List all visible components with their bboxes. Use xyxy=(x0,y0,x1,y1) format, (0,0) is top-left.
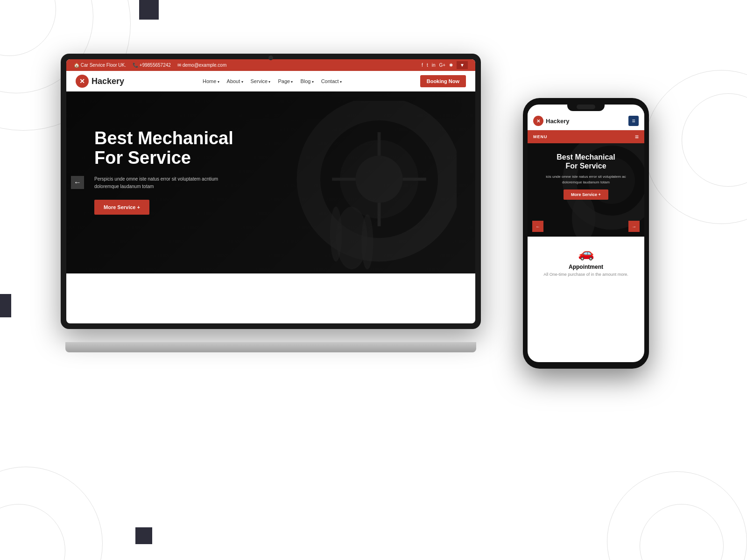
hero-description: Perspicis unde omne iste natus error sit… xyxy=(94,175,225,190)
phone-notch-inner xyxy=(577,105,595,109)
circle-9 xyxy=(607,471,747,560)
phone-nav-arrows: ← → xyxy=(528,221,644,232)
topbar-address: 🏠 Car Service Floor UK. xyxy=(74,63,126,68)
phone-car-icon: 🚗 xyxy=(533,245,639,261)
phone-more-service-button[interactable]: More Service + xyxy=(564,189,608,200)
social-gplus-icon: G+ xyxy=(439,63,445,68)
phone-screen: ✕ Hackery ≡ MENU ≡ xyxy=(528,105,644,362)
phone-service-title: Appointment xyxy=(533,264,639,270)
social-facebook-icon: f xyxy=(422,63,423,68)
phone-menu-bar: MENU ≡ xyxy=(528,130,644,143)
square-4 xyxy=(135,527,152,544)
phone-notch xyxy=(567,103,605,111)
phone-body: ✕ Hackery ≡ MENU ≡ xyxy=(523,98,649,369)
laptop-camera xyxy=(268,56,273,60)
phone-hero-title: Best Mechanical For Service xyxy=(537,153,635,170)
phone-arrow-right[interactable]: → xyxy=(628,221,640,232)
topbar-right: f t in G+ ✱ ▼ xyxy=(422,61,468,69)
laptop-device: 🏠 Car Service Floor UK. 📞 +99855657242 ✉… xyxy=(61,54,481,352)
square-1 xyxy=(139,0,159,20)
site-logo: ✕ Hackery xyxy=(76,75,124,88)
circle-6 xyxy=(682,93,747,187)
booking-button[interactable]: Booking Now xyxy=(420,75,466,87)
phone-hero: Best Mechanical For Service icis unde om… xyxy=(528,143,644,237)
nav-page[interactable]: Page xyxy=(278,78,293,84)
phone-header: ✕ Hackery ≡ xyxy=(528,111,644,130)
hero-arrow-left[interactable]: ← xyxy=(71,176,84,189)
circle-7 xyxy=(644,70,747,224)
circle-4 xyxy=(0,504,65,560)
logo-text: Hackery xyxy=(92,77,124,86)
laptop-screen: 🏠 Car Service Floor UK. 📞 +99855657242 ✉… xyxy=(66,59,475,323)
nav-service[interactable]: Service xyxy=(251,78,271,84)
square-2 xyxy=(0,294,11,317)
circle-5 xyxy=(0,467,103,560)
phone-menu-button[interactable]: ≡ xyxy=(628,116,639,126)
nav-contact[interactable]: Contact xyxy=(321,78,342,84)
site-hero: ← Best Mechanical For Service Perspicis … xyxy=(66,91,475,273)
phone-menu-label: MENU xyxy=(533,134,548,139)
phone-service-section: 🚗 Appointment All One-time purchase of i… xyxy=(528,237,644,284)
hero-title: Best Mechanical For Service xyxy=(94,129,233,168)
phone-logo-icon: ✕ xyxy=(533,116,543,126)
site-navbar: ✕ Hackery Home About Service Page Blog C… xyxy=(66,71,475,91)
site-nav-links: Home About Service Page Blog Contact xyxy=(203,78,342,84)
logo-icon: ✕ xyxy=(76,75,89,88)
laptop-base xyxy=(65,342,476,352)
topbar-left: 🏠 Car Service Floor UK. 📞 +99855657242 ✉… xyxy=(74,63,226,68)
phone-hero-content: Best Mechanical For Service icis unde om… xyxy=(528,153,644,200)
site-topbar: 🏠 Car Service Floor UK. 📞 +99855657242 ✉… xyxy=(66,59,475,71)
nav-blog[interactable]: Blog xyxy=(300,78,313,84)
more-service-button[interactable]: More Service + xyxy=(94,200,149,215)
laptop-body: 🏠 Car Service Floor UK. 📞 +99855657242 ✉… xyxy=(61,54,481,329)
nav-home[interactable]: Home xyxy=(203,78,219,84)
topbar-phone: 📞 +99855657242 xyxy=(133,63,171,68)
phone-device: ✕ Hackery ≡ MENU ≡ xyxy=(523,98,649,397)
topbar-email: ✉ demo@example.com xyxy=(177,63,226,68)
phone-hamburger-icon[interactable]: ≡ xyxy=(635,133,639,140)
phone-hero-description: icis unde omne iste natus error sit volu… xyxy=(537,174,635,184)
phone-logo: ✕ Hackery xyxy=(533,116,570,126)
social-twitter-icon: t xyxy=(427,63,428,68)
hero-content: Best Mechanical For Service Perspicis un… xyxy=(94,129,233,215)
circle-1 xyxy=(0,0,56,56)
nav-about[interactable]: About xyxy=(227,78,243,84)
topbar-dropdown[interactable]: ▼ xyxy=(457,61,468,69)
phone-arrow-left[interactable]: ← xyxy=(532,221,543,232)
social-instagram-icon: in xyxy=(432,63,436,68)
social-extra-icon: ✱ xyxy=(449,63,453,68)
phone-logo-text: Hackery xyxy=(546,118,570,125)
circle-8 xyxy=(640,504,724,560)
phone-service-desc: All One-time purchase of in the amount m… xyxy=(533,272,639,277)
phone-menu-icon: ≡ xyxy=(632,118,635,124)
